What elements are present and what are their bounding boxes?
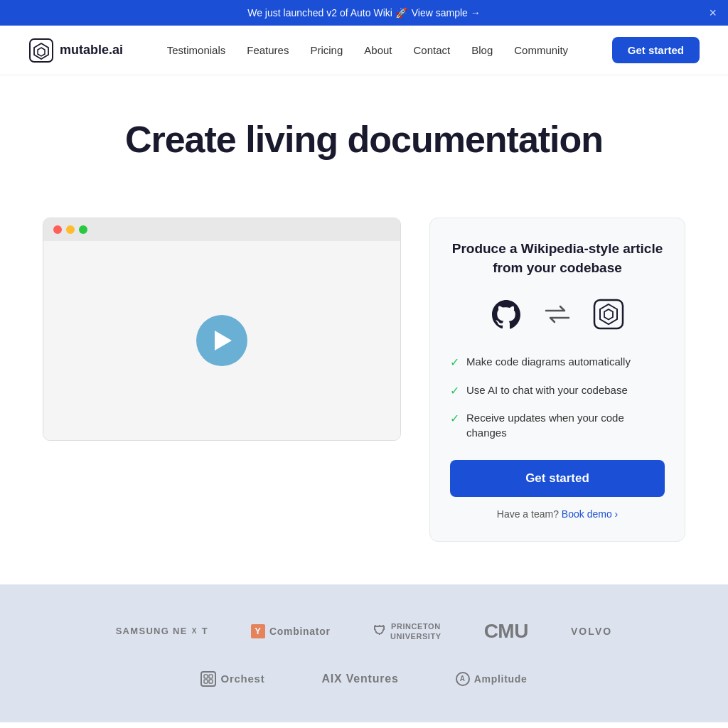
mutable-logo-icon <box>592 297 626 331</box>
nav-features[interactable]: Features <box>247 44 289 56</box>
github-icon <box>489 297 523 331</box>
hero-section: Create living documentation <box>0 75 728 218</box>
browser-dot-yellow <box>66 225 75 234</box>
browser-mockup <box>43 218 401 441</box>
card-get-started-button[interactable]: Get started <box>450 460 665 497</box>
info-card-heading: Produce a Wikipedia-style article from y… <box>450 240 665 277</box>
browser-dot-red <box>53 225 62 234</box>
logo-icon <box>28 38 54 63</box>
nav-community[interactable]: Community <box>514 44 568 56</box>
announcement-close[interactable]: × <box>709 6 717 19</box>
logos-bottom-row: Orchest AIX Ventures A Amplitude <box>43 671 685 687</box>
mutable-icon-container <box>589 294 628 334</box>
feature-text-1: Make code diagrams automatically <box>466 354 631 369</box>
nav-blog[interactable]: Blog <box>471 44 493 56</box>
princeton-label: PRINCETONUNIVERSITY <box>390 621 441 642</box>
logo-aix: AIX Ventures <box>321 673 398 685</box>
princeton-shield-icon: 🛡 <box>373 623 387 639</box>
svg-rect-6 <box>204 675 208 678</box>
svg-rect-7 <box>209 675 213 678</box>
logo-princeton: 🛡 PRINCETONUNIVERSITY <box>373 621 441 642</box>
nav-testimonials[interactable]: Testimonials <box>167 44 226 56</box>
browser-content <box>43 241 400 440</box>
feature-item-3: ✓ Receive updates when your code changes <box>450 410 665 440</box>
github-icon-container <box>486 294 526 334</box>
logos-top-row: SAMSUNG NEXT Y Combinator 🛡 PRINCETONUNI… <box>43 620 685 643</box>
feature-item-2: ✓ Use AI to chat with your codebase <box>450 382 665 399</box>
nav-about[interactable]: About <box>364 44 392 56</box>
logo-ycombinator: Y Combinator <box>251 624 331 638</box>
check-icon-2: ✓ <box>450 383 459 399</box>
announcement-bar: We just launched v2 of Auto Wiki 🚀 View … <box>0 0 728 26</box>
browser-topbar <box>43 218 400 241</box>
logo[interactable]: mutable.ai <box>28 38 123 63</box>
aix-label: AIX Ventures <box>321 673 398 685</box>
team-text: Have a team? Book demo › <box>450 508 665 520</box>
logos-section: SAMSUNG NEXT Y Combinator 🛡 PRINCETONUNI… <box>0 584 728 722</box>
feature-text-3: Receive updates when your code changes <box>466 410 665 440</box>
info-card: Produce a Wikipedia-style article from y… <box>429 218 685 542</box>
announcement-link[interactable]: View sample → <box>412 7 481 18</box>
main-nav: Testimonials Features Pricing About Cont… <box>167 44 568 56</box>
svg-marker-2 <box>38 48 45 56</box>
logo-text: mutable.ai <box>60 43 123 58</box>
logo-amplitude: A Amplitude <box>456 672 528 686</box>
feature-list: ✓ Make code diagrams automatically ✓ Use… <box>450 354 665 440</box>
logo-cmu: CMU <box>484 620 528 643</box>
book-demo-link[interactable]: Book demo › <box>562 508 618 520</box>
yc-label: Combinator <box>269 626 331 637</box>
yc-icon: Y <box>251 624 265 638</box>
header: mutable.ai Testimonials Features Pricing… <box>0 26 728 75</box>
orchest-icon <box>200 671 216 687</box>
browser-dot-green <box>79 225 87 234</box>
check-icon-3: ✓ <box>450 411 459 427</box>
hero-heading: Create living documentation <box>28 118 700 161</box>
main-content: Produce a Wikipedia-style article from y… <box>0 218 728 584</box>
video-play-button[interactable] <box>196 315 247 366</box>
icons-row <box>450 294 665 334</box>
amplitude-label: Amplitude <box>474 673 528 685</box>
transfer-arrows-icon <box>543 304 572 325</box>
amplitude-icon: A <box>456 672 470 686</box>
logo-volvo: VOLVO <box>571 626 612 637</box>
orchest-label: Orchest <box>220 673 264 685</box>
check-icon-1: ✓ <box>450 355 459 370</box>
header-get-started-button[interactable]: Get started <box>612 37 700 63</box>
logo-orchest: Orchest <box>200 671 264 687</box>
play-triangle-icon <box>215 331 232 350</box>
svg-marker-5 <box>604 309 613 320</box>
arrows-icon-container <box>537 294 577 334</box>
nav-contact[interactable]: Contact <box>414 44 451 56</box>
have-team-label: Have a team? <box>497 508 559 520</box>
logo-samsung: SAMSUNG NEXT <box>116 626 208 636</box>
svg-rect-8 <box>204 680 208 683</box>
announcement-text: We just launched v2 of Auto Wiki 🚀 <box>247 7 407 18</box>
feature-item-1: ✓ Make code diagrams automatically <box>450 354 665 370</box>
nav-pricing[interactable]: Pricing <box>310 44 343 56</box>
svg-rect-9 <box>209 680 213 683</box>
feature-text-2: Use AI to chat with your codebase <box>466 382 628 397</box>
svg-marker-4 <box>600 304 617 324</box>
